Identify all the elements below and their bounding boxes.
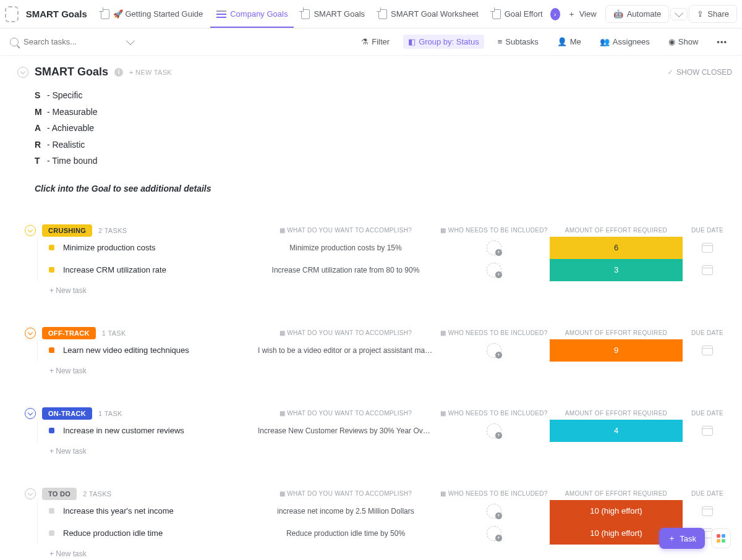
status-pill[interactable]: ON-TRACK <box>42 407 92 420</box>
workspace-logo[interactable] <box>5 6 19 22</box>
task-accomplish: Increase CRM utilization rate from 80 to… <box>253 266 438 274</box>
new-task-row[interactable]: + New task <box>49 442 732 460</box>
col-accomplish[interactable]: ▦ WHAT DO YOU WANT TO ACCOMPLISH? <box>253 329 438 336</box>
status-pill[interactable]: TO DO <box>42 488 77 500</box>
task-row[interactable]: Learn new video editing techniquesI wish… <box>37 339 732 362</box>
task-effort[interactable]: 3 <box>550 259 683 281</box>
chevron-down-icon[interactable] <box>126 36 135 45</box>
status-square-icon[interactable] <box>49 267 54 273</box>
task-row[interactable]: Increase this year's net incomeincrease … <box>37 500 732 522</box>
filter-label: Filter <box>372 37 390 46</box>
collapse-group-icon[interactable] <box>25 408 36 419</box>
tab-goal-effort[interactable]: Goal Effort <box>486 6 549 23</box>
automate-dropdown[interactable] <box>670 8 688 20</box>
add-assignee-icon[interactable] <box>487 504 501 519</box>
show-button[interactable]: ◉Show <box>663 35 704 49</box>
col-who[interactable]: ▦ WHO NEEDS TO BE INCLUDED? <box>438 410 550 417</box>
task-assignee-cell <box>438 423 550 438</box>
group-on-track: ON-TRACK1 TASK▦ WHAT DO YOU WANT TO ACCO… <box>17 407 732 460</box>
task-count: 2 TASKS <box>98 227 127 234</box>
task-row[interactable]: Minimize production costsMinimize produc… <box>37 237 732 259</box>
me-button[interactable]: 👤Me <box>552 35 586 49</box>
task-row[interactable]: Increase CRM utilization rateIncrease CR… <box>37 259 732 281</box>
task-name[interactable]: Minimize production costs <box>63 243 236 252</box>
task-effort[interactable]: 9 <box>550 339 683 362</box>
col-due[interactable]: DUE DATE <box>683 329 732 336</box>
status-square-icon[interactable] <box>49 245 54 250</box>
task-effort[interactable]: 4 <box>550 420 683 442</box>
scroll-tabs-icon[interactable]: › <box>550 8 560 20</box>
add-view-button[interactable]: ＋ View <box>561 5 603 23</box>
col-effort[interactable]: AMOUNT OF EFFORT REQUIRED <box>550 227 683 234</box>
show-closed-button[interactable]: ✓SHOW CLOSED <box>667 68 732 77</box>
col-due[interactable]: DUE DATE <box>683 227 732 234</box>
new-task-row[interactable]: + New task <box>49 362 732 380</box>
group-to-do: TO DO2 TASKS▦ WHAT DO YOU WANT TO ACCOMP… <box>17 488 732 560</box>
col-accomplish[interactable]: ▦ WHAT DO YOU WANT TO ACCOMPLISH? <box>253 410 438 417</box>
col-effort[interactable]: AMOUNT OF EFFORT REQUIRED <box>550 410 683 417</box>
collapse-group-icon[interactable] <box>25 328 36 339</box>
calendar-icon[interactable] <box>702 426 713 436</box>
task-effort[interactable]: 6 <box>550 237 683 259</box>
group-by-button[interactable]: ◧Group by: Status <box>403 35 484 49</box>
apps-fab[interactable] <box>711 528 731 548</box>
show-label: Show <box>678 37 699 46</box>
collapse-group-icon[interactable] <box>25 225 36 236</box>
tab-smart-goals[interactable]: SMART Goals <box>295 6 371 23</box>
collapse-icon[interactable] <box>17 67 28 78</box>
tab-smart-goal-worksheet[interactable]: SMART Goal Worksheet <box>372 6 485 23</box>
task-name[interactable]: Increase in new customer reviews <box>63 426 236 435</box>
task-name[interactable]: Learn new video editing techniques <box>63 346 236 355</box>
task-due-cell <box>683 506 732 516</box>
task-row[interactable]: Increase in new customer reviewsIncrease… <box>37 420 732 442</box>
subtasks-button[interactable]: ≡Subtasks <box>493 35 544 49</box>
col-accomplish[interactable]: ▦ WHAT DO YOU WANT TO ACCOMPLISH? <box>253 227 438 234</box>
col-effort[interactable]: AMOUNT OF EFFORT REQUIRED <box>550 329 683 336</box>
calendar-icon[interactable] <box>702 346 713 355</box>
new-task-row[interactable]: + New task <box>49 545 732 560</box>
filter-button[interactable]: ⚗Filter <box>356 35 394 49</box>
new-task-header[interactable]: + NEW TASK <box>129 69 172 76</box>
workspace-title[interactable]: SMART Goals <box>20 5 93 23</box>
task-name[interactable]: Increase CRM utilization rate <box>63 265 236 274</box>
calendar-icon[interactable] <box>702 506 713 516</box>
automate-button[interactable]: 🤖 Automate <box>605 5 670 23</box>
add-assignee-icon[interactable] <box>487 343 501 358</box>
col-who[interactable]: ▦ WHO NEEDS TO BE INCLUDED? <box>438 329 550 336</box>
status-pill[interactable]: OFF-TRACK <box>42 327 96 339</box>
tab-company-goals[interactable]: Company Goals <box>210 6 294 22</box>
status-pill[interactable]: CRUSHING <box>42 224 92 237</box>
col-due[interactable]: DUE DATE <box>683 410 732 417</box>
task-effort[interactable]: 10 (high effort) <box>550 500 683 522</box>
status-square-icon[interactable] <box>49 347 54 353</box>
task-row[interactable]: Reduce production idle timeReduce produc… <box>37 522 732 545</box>
task-name[interactable]: Increase this year's net income <box>63 506 236 515</box>
calendar-icon[interactable] <box>702 265 713 275</box>
automate-label: Automate <box>627 9 662 19</box>
new-task-row[interactable]: + New task <box>49 281 732 300</box>
share-button[interactable]: ⇪ Share <box>689 5 737 23</box>
add-assignee-icon[interactable] <box>487 423 501 438</box>
info-icon[interactable]: i <box>114 68 123 77</box>
col-due[interactable]: DUE DATE <box>683 490 732 497</box>
col-who[interactable]: ▦ WHO NEEDS TO BE INCLUDED? <box>438 490 550 497</box>
status-square-icon[interactable] <box>49 530 54 536</box>
more-menu[interactable]: ••• <box>712 35 732 49</box>
col-accomplish[interactable]: ▦ WHAT DO YOU WANT TO ACCOMPLISH? <box>253 490 438 497</box>
assignees-button[interactable]: 👥Assignees <box>595 35 655 49</box>
task-due-cell <box>683 265 732 275</box>
col-effort[interactable]: AMOUNT OF EFFORT REQUIRED <box>550 490 683 497</box>
search-input[interactable] <box>23 37 110 46</box>
status-square-icon[interactable] <box>49 508 54 514</box>
collapse-group-icon[interactable] <box>25 488 36 499</box>
calendar-icon[interactable] <box>702 243 713 253</box>
new-task-fab[interactable]: ＋ Task <box>659 528 705 549</box>
add-assignee-icon[interactable] <box>487 526 501 541</box>
list-icon <box>216 11 226 18</box>
col-who[interactable]: ▦ WHO NEEDS TO BE INCLUDED? <box>438 227 550 234</box>
add-assignee-icon[interactable] <box>487 263 501 278</box>
status-square-icon[interactable] <box>49 428 54 433</box>
task-name[interactable]: Reduce production idle time <box>63 528 236 538</box>
tab--getting-started-guide[interactable]: 🚀 Getting Started Guide <box>95 6 209 23</box>
add-assignee-icon[interactable] <box>487 240 501 255</box>
